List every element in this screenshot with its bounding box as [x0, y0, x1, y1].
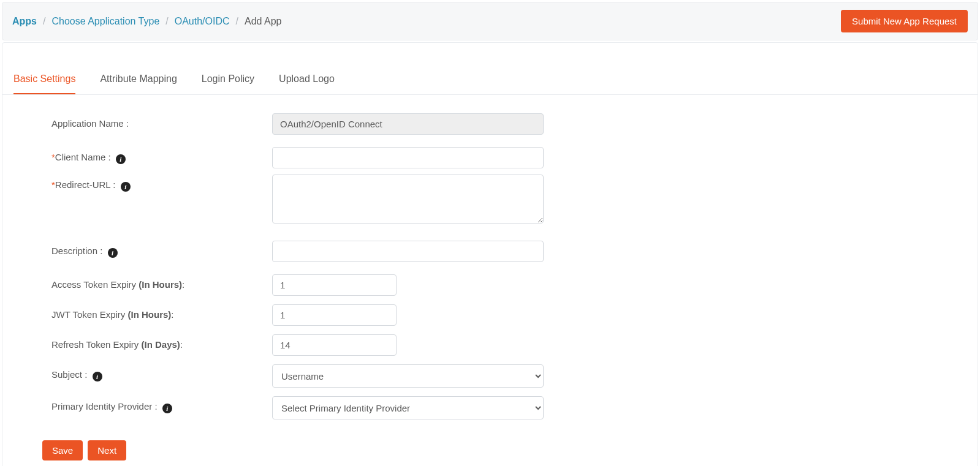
refresh-token-expiry-input[interactable] — [272, 334, 397, 356]
primary-idp-label: Primary Identity Provider : i — [51, 396, 272, 413]
access-token-expiry-input[interactable] — [272, 274, 397, 296]
redirect-url-input[interactable] — [272, 175, 544, 224]
application-name-label: Application Name : — [51, 113, 272, 129]
next-button[interactable]: Next — [88, 440, 126, 460]
refresh-token-expiry-label: Refresh Token Expiry (In Days): — [51, 334, 272, 350]
jwt-token-expiry-label: JWT Token Expiry (In Hours): — [51, 304, 272, 320]
breadcrumb-separator: / — [43, 16, 45, 27]
subject-label: Subject : i — [51, 364, 272, 381]
breadcrumb-apps[interactable]: Apps — [12, 16, 37, 27]
tab-basic-settings[interactable]: Basic Settings — [13, 67, 75, 94]
breadcrumb-oauth[interactable]: OAuth/OIDC — [175, 16, 230, 27]
breadcrumb: Apps / Choose Application Type / OAuth/O… — [12, 16, 282, 27]
breadcrumb-choose-type[interactable]: Choose Application Type — [51, 16, 159, 27]
client-name-label: *Client Name : i — [51, 147, 272, 164]
tab-login-policy[interactable]: Login Policy — [202, 67, 254, 94]
breadcrumb-separator: / — [236, 16, 238, 27]
description-input[interactable] — [272, 241, 544, 262]
info-icon[interactable]: i — [108, 248, 118, 258]
access-token-expiry-label: Access Token Expiry (In Hours): — [51, 274, 272, 290]
info-icon[interactable]: i — [162, 404, 172, 413]
info-icon[interactable]: i — [121, 182, 131, 192]
client-name-input[interactable] — [272, 147, 544, 168]
info-icon[interactable]: i — [93, 372, 102, 381]
breadcrumb-separator: / — [165, 16, 168, 27]
save-button[interactable]: Save — [42, 440, 83, 460]
submit-new-app-button[interactable]: Submit New App Request — [841, 10, 968, 32]
tab-attribute-mapping[interactable]: Attribute Mapping — [100, 67, 177, 94]
jwt-token-expiry-input[interactable] — [272, 304, 397, 326]
breadcrumb-current: Add App — [245, 16, 282, 27]
tab-upload-logo[interactable]: Upload Logo — [279, 67, 335, 94]
application-name-input — [272, 113, 544, 135]
redirect-url-label: *Redirect-URL : i — [51, 175, 272, 192]
subject-select[interactable]: Username — [272, 364, 544, 388]
description-label: Description : i — [51, 241, 272, 258]
primary-idp-select[interactable]: Select Primary Identity Provider — [272, 396, 544, 419]
tabs: Basic Settings Attribute Mapping Login P… — [2, 67, 978, 95]
info-icon[interactable]: i — [116, 154, 126, 164]
